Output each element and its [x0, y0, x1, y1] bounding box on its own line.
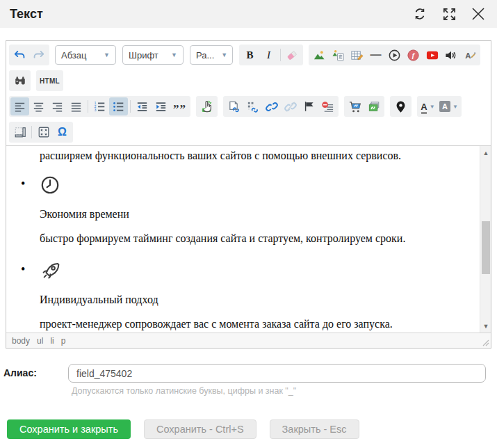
unlink-icon[interactable]: [281, 97, 300, 115]
dialog-header: Текст: [0, 0, 497, 28]
resize-grip[interactable]: [482, 339, 489, 346]
content-paragraph: расширяем функциональность ваших сайтов …: [40, 150, 463, 162]
list-item-title: Экономия времени: [40, 208, 463, 221]
map-pin-icon[interactable]: [391, 97, 410, 115]
refresh-icon[interactable]: [411, 5, 429, 23]
svg-text:3: 3: [95, 109, 97, 112]
fullscreen-expand-icon[interactable]: [440, 5, 458, 23]
insert-image-icon[interactable]: [310, 46, 329, 64]
chevron-down-icon: ▼: [453, 104, 458, 110]
text-editor-dialog: Текст: [0, 0, 497, 448]
rich-text-editor: Абзац▼ Шрифт▼ Ра...▼ B I: [6, 40, 491, 349]
special-char-icon[interactable]: Ω: [53, 123, 72, 141]
blockquote-icon[interactable]: ””: [170, 97, 189, 115]
list-item-text: быстро формируем тайминг создания сайта …: [40, 232, 463, 245]
noindex-icon[interactable]: [318, 97, 337, 115]
align-justify-icon[interactable]: [67, 97, 85, 115]
character-style-icon[interactable]: A: [460, 46, 479, 64]
chevron-down-icon: ▼: [221, 51, 227, 58]
insert-media-icon[interactable]: [385, 46, 404, 64]
unordered-list-icon[interactable]: [109, 97, 128, 115]
scrollbar-thumb[interactable]: [482, 221, 490, 274]
outdent-icon[interactable]: [133, 97, 152, 115]
element-path-bar: body ul li p: [6, 333, 491, 348]
italic-button[interactable]: I: [259, 46, 278, 64]
layout-blocks-icon[interactable]: [10, 123, 29, 141]
svg-text:A: A: [465, 51, 471, 60]
align-center-icon[interactable]: [29, 97, 48, 115]
redo-icon[interactable]: [29, 46, 48, 64]
link-to-page-icon[interactable]: [225, 97, 243, 115]
insert-button-hand-icon[interactable]: [197, 97, 216, 115]
insert-link-icon[interactable]: [262, 97, 281, 115]
dialog-footer: Сохранить и закрыть Сохранить - Ctrl+S З…: [7, 419, 359, 439]
list-item-title: Индивидуальный подход: [40, 294, 463, 306]
editor-fullscreen-icon[interactable]: [34, 123, 53, 141]
chevron-down-icon: ▼: [171, 51, 177, 58]
scroll-down-icon[interactable]: ▼: [480, 321, 491, 331]
background-color-icon[interactable]: A▼: [437, 97, 460, 115]
alias-hint: Допускаются только латинские буквы, цифр…: [72, 386, 486, 396]
close-button[interactable]: Закрыть - Esc: [270, 419, 359, 439]
save-button[interactable]: Сохранить - Ctrl+S: [144, 419, 256, 439]
clock-icon: [40, 175, 60, 195]
dialog-title: Текст: [10, 7, 43, 22]
indent-icon[interactable]: [152, 97, 170, 115]
remove-format-eraser-icon[interactable]: [283, 46, 302, 64]
bold-button[interactable]: B: [241, 46, 259, 64]
html-source-button[interactable]: HTML: [38, 72, 62, 90]
link-to-module-icon[interactable]: [243, 97, 262, 115]
horizontal-rule-icon[interactable]: —: [366, 46, 385, 64]
font-size-label: Ра...: [196, 50, 214, 61]
path-p[interactable]: p: [61, 336, 66, 346]
youtube-icon[interactable]: [423, 46, 441, 64]
ordered-list-icon[interactable]: 123: [90, 97, 109, 115]
paragraph-format-select[interactable]: Абзац▼: [55, 45, 116, 65]
link-to-product-cart-icon[interactable]: [345, 97, 364, 115]
find-replace-icon[interactable]: [10, 72, 29, 90]
content-scrollbar[interactable]: ▲ ▼: [480, 146, 491, 333]
image-properties-icon[interactable]: [329, 46, 348, 64]
path-li[interactable]: li: [50, 336, 54, 346]
editor-toolbar: Абзац▼ Шрифт▼ Ра...▼ B I: [6, 41, 491, 146]
close-icon[interactable]: [469, 5, 487, 23]
svg-text:2: 2: [95, 105, 97, 109]
rocket-icon: [40, 259, 62, 282]
bullet-marker: •: [21, 173, 31, 256]
alias-input[interactable]: [68, 364, 486, 383]
font-family-select[interactable]: Шрифт▼: [122, 45, 184, 65]
scroll-up-icon[interactable]: ▲: [480, 147, 491, 158]
bullet-marker: •: [21, 259, 31, 333]
align-right-icon[interactable]: [48, 97, 67, 115]
svg-text:1: 1: [95, 102, 97, 105]
font-size-select[interactable]: Ра...▼: [190, 45, 233, 65]
insert-table-icon[interactable]: [348, 46, 366, 64]
audio-icon[interactable]: [441, 46, 460, 64]
alias-section: Алиас: Допускаются только латинские букв…: [3, 364, 497, 396]
link-to-gallery-icon[interactable]: [364, 97, 383, 115]
path-ul[interactable]: ul: [37, 336, 43, 346]
list-item-text: проект-менеджер сопровождает вас с момен…: [40, 318, 463, 330]
flash-media-icon[interactable]: f: [404, 46, 423, 64]
path-body[interactable]: body: [12, 336, 30, 346]
anchor-flag-icon[interactable]: [300, 97, 318, 115]
list-item: • Экономия времени быстро формируем тайм…: [21, 173, 463, 256]
alias-label: Алиас:: [3, 364, 68, 396]
chevron-down-icon: ▼: [430, 104, 435, 110]
chevron-down-icon: ▼: [104, 51, 110, 58]
align-left-icon[interactable]: [10, 97, 29, 115]
editor-content[interactable]: расширяем функциональность ваших сайтов …: [6, 146, 491, 333]
text-color-icon[interactable]: A▼: [418, 97, 437, 115]
list-item: • Индивидуальный подход проект-менеджер …: [21, 259, 463, 333]
paragraph-format-label: Абзац: [61, 50, 86, 61]
save-and-close-button[interactable]: Сохранить и закрыть: [7, 419, 131, 439]
undo-icon[interactable]: [10, 46, 29, 64]
font-family-label: Шрифт: [129, 50, 158, 61]
